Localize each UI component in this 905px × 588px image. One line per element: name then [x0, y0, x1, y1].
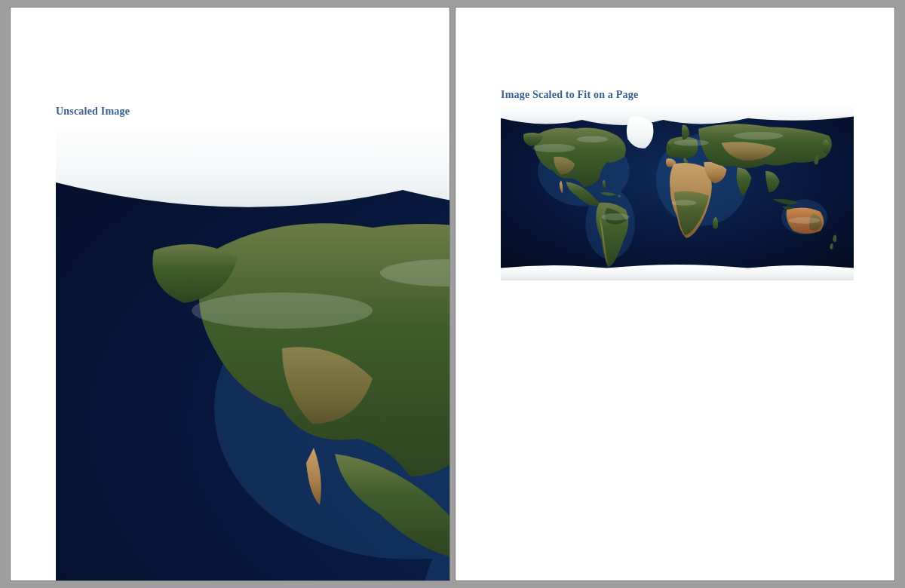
world-map-scaled: [501, 104, 854, 280]
page-1: Unscaled Image: [11, 8, 449, 580]
page-2: Image Scaled to Fit on a Page: [456, 8, 894, 580]
unscaled-image-container: [56, 122, 449, 580]
document-viewport: Unscaled Image Image Scaled to Fit on a …: [0, 0, 905, 588]
heading-unscaled: Unscaled Image: [56, 106, 130, 118]
heading-scaled: Image Scaled to Fit on a Page: [501, 89, 638, 101]
scaled-image-container: [501, 104, 854, 280]
world-map-unscaled: [56, 122, 449, 580]
